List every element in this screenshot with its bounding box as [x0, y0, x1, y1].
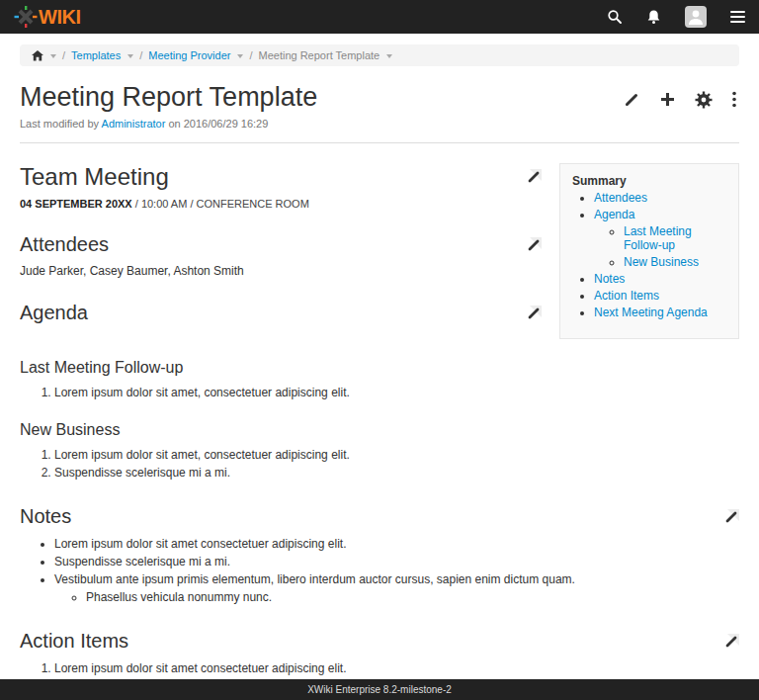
new-business-list: Lorem ipsum dolor sit amet, consectetuer… [20, 447, 739, 481]
modified-by-user-link[interactable]: Administrator [102, 118, 166, 130]
new-business-heading: New Business [20, 421, 739, 439]
list-item: Lorem ipsum dolor sit amet, consectetuer… [54, 385, 739, 401]
meeting-title-heading: Team Meeting [20, 163, 169, 191]
list-item: Lorem ipsum dolor sit amet, consectetuer… [54, 447, 739, 464]
notes-heading: Notes [20, 505, 71, 528]
notifications-bell-icon[interactable] [646, 9, 661, 25]
agenda-heading: Agenda [20, 302, 88, 324]
list-item: Suspendisse scelerisque mi a mi. [54, 554, 739, 570]
xwiki-logo[interactable]: WIKI [14, 5, 80, 29]
list-item: Phasellus vehicula nonummy nunc. [86, 589, 739, 606]
top-navbar: WIKI [0, 0, 759, 34]
edit-section-attendees-icon[interactable] [526, 237, 542, 253]
xwiki-logo-text: WIKI [39, 7, 80, 27]
toc-link-agenda[interactable]: Agenda [594, 208, 634, 221]
attendees-names: Jude Parker, Casey Baumer, Ashton Smith [20, 264, 542, 278]
summary-panel: Summary Attendees Agenda Last Meeting Fo… [559, 163, 739, 339]
administer-gear-icon[interactable] [695, 91, 713, 109]
search-icon[interactable] [607, 9, 623, 25]
user-avatar[interactable] [685, 6, 707, 28]
more-actions-kebab-icon[interactable] [731, 91, 737, 109]
edit-section-agenda-icon[interactable] [526, 306, 542, 321]
breadcrumb: / Templates / Meeting Provider / Meeting… [20, 44, 739, 66]
toc-link-last-meeting[interactable]: Last Meeting Follow-up [624, 224, 692, 252]
list-item: Suspendisse scelerisque mi a mi. [54, 465, 739, 481]
edit-page-button[interactable] [624, 91, 640, 109]
last-meeting-heading: Last Meeting Follow-up [20, 359, 739, 377]
toc-link-next-meeting[interactable]: Next Meeting Agenda [594, 306, 708, 319]
page-title: Meeting Report Template [20, 82, 317, 113]
breadcrumb-home-caret-icon[interactable] [50, 54, 56, 58]
attendees-heading: Attendees [20, 233, 109, 256]
breadcrumb-link-templates[interactable]: Templates [71, 49, 121, 61]
breadcrumb-home-icon[interactable] [32, 50, 43, 61]
xwiki-logo-x-icon [14, 5, 38, 29]
list-item: Lorem ipsum dolor sit amet consectetuer … [54, 536, 739, 553]
breadcrumb-link-meeting-provider[interactable]: Meeting Provider [148, 49, 230, 61]
summary-title: Summary [572, 174, 730, 188]
meeting-info-line: 04 SEPTEMBER 20XX / 10:00 AM / CONFERENC… [20, 198, 542, 210]
list-item: Vestibulum ante ipsum primis elementum, … [54, 571, 739, 606]
version-footer: XWiki Enterprise 8.2-milestone-2 [0, 679, 759, 700]
toc-link-attendees[interactable]: Attendees [594, 191, 647, 205]
breadcrumb-meeting-provider-caret-icon[interactable] [237, 54, 243, 58]
breadcrumb-current-page: Meeting Report Template [258, 49, 380, 61]
last-meeting-list: Lorem ipsum dolor sit amet, consectetuer… [20, 385, 739, 401]
version-text: XWiki Enterprise 8.2-milestone-2 [307, 684, 452, 695]
edit-section-meeting-icon[interactable] [526, 169, 542, 185]
breadcrumb-templates-caret-icon[interactable] [127, 54, 133, 58]
create-page-button[interactable] [659, 91, 676, 109]
last-modified-line: Last modified by Administrator on 2016/0… [20, 118, 739, 130]
list-item: Lorem ipsum dolor sit amet consectetuer … [54, 660, 739, 677]
edit-section-notes-icon[interactable] [723, 509, 739, 525]
notes-list: Lorem ipsum dolor sit amet consectetuer … [20, 536, 739, 606]
toc-link-action-items[interactable]: Action Items [594, 289, 659, 303]
header-divider [20, 142, 739, 143]
breadcrumb-current-caret-icon[interactable] [386, 54, 392, 58]
action-items-heading: Action Items [20, 630, 128, 653]
edit-section-action-items-icon[interactable] [723, 634, 739, 650]
toc-link-notes[interactable]: Notes [594, 272, 625, 286]
drawer-menu-icon[interactable] [730, 11, 745, 23]
toc-link-new-business[interactable]: New Business [624, 255, 699, 269]
